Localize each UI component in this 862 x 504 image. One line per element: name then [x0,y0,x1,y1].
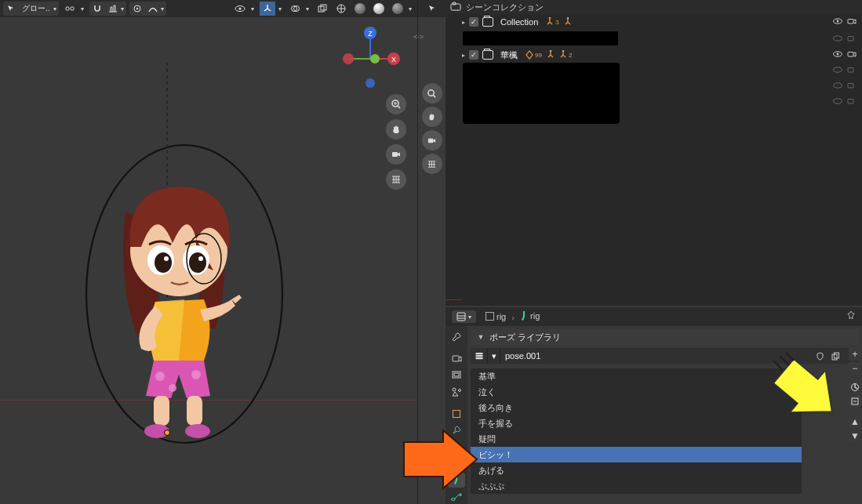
svg-point-42 [185,424,210,438]
svg-rect-64 [848,83,853,88]
svg-point-61 [834,67,842,71]
disclosure-triangle-icon[interactable]: ▸ [460,19,467,26]
move-up-button[interactable]: ▲ [849,415,861,428]
camera-icon[interactable] [846,96,857,108]
action-browse-icon[interactable] [471,348,488,364]
overlay-toggle-icon[interactable] [287,2,303,16]
chevron-down-icon[interactable]: ▾ [409,5,414,13]
svg-point-36 [155,372,165,381]
sanitize-pose-button[interactable] [849,395,861,408]
svg-point-43 [165,430,170,436]
shading-matcap-icon[interactable] [371,2,387,16]
shading-rendered-icon[interactable] [390,2,406,16]
nav-buttons [386,94,406,190]
shading-solid-icon[interactable] [352,2,368,16]
visibility-icon[interactable] [232,2,248,16]
eye-icon[interactable] [832,16,843,28]
viewport-character[interactable] [78,125,290,447]
chevron-down-icon[interactable]: ▾ [306,5,311,13]
chevron-down-icon[interactable]: ▾ [488,348,500,364]
camera-icon[interactable] [846,34,857,45]
secondary-mode-icon[interactable] [427,2,438,16]
camera-icon[interactable] [846,16,857,28]
nav-gizmo[interactable]: Z X [339,24,402,94]
tab-bone[interactable] [448,489,465,504]
pose-item[interactable]: あげる [471,462,802,478]
eye-icon[interactable] [832,49,843,61]
tab-tool[interactable] [448,329,465,344]
falloff-icon[interactable] [145,2,161,16]
outliner[interactable]: シーンコレクション ▸ ✓ Collection 3 [446,0,862,306]
chevron-down-icon[interactable]: ▾ [161,5,166,13]
svg-rect-53 [848,19,853,24]
svg-point-65 [834,98,842,103]
svg-point-74 [459,389,461,391]
eye-icon[interactable] [832,96,843,108]
zoom-icon[interactable] [386,94,406,114]
pan-hand-icon[interactable] [386,119,406,140]
collection-checkbox[interactable]: ✓ [469,50,478,60]
zoom-icon[interactable] [422,83,442,103]
pose-library-panel-header[interactable]: ▼ ポーズ ライブラリ [471,329,859,345]
svg-line-87 [773,361,783,370]
tab-output[interactable] [448,368,465,383]
disclosure-triangle-icon[interactable]: ▼ [477,333,485,341]
svg-marker-86 [766,350,844,428]
pan-hand-icon[interactable] [422,107,442,127]
pose-item[interactable]: 泣く [471,384,802,400]
camera-icon[interactable] [846,81,857,92]
disclosure-triangle-icon[interactable]: ▸ [460,52,467,59]
svg-rect-40 [187,396,202,426]
proportional-edit-icon[interactable] [129,2,145,16]
pivot-icon[interactable] [62,2,78,16]
svg-point-33 [164,256,169,261]
tab-object[interactable] [448,407,465,422]
pose-item[interactable]: 基準 [471,368,802,384]
pose-item[interactable]: 手を握る [471,415,802,431]
gizmo-toggle-icon[interactable] [260,2,275,16]
outliner-row[interactable]: ▸ ✓ 華楓 99 2 [446,47,862,63]
camera-view-icon[interactable] [386,144,406,165]
split-handle-icon[interactable]: <·> [413,33,424,41]
xray-icon[interactable] [315,2,330,16]
svg-marker-85 [404,430,477,488]
move-down-button[interactable]: ▼ [849,430,861,442]
svg-point-1 [70,7,73,10]
viewport-header: グロー.. ▾ ▾ ▾ ▾ ▾ [0,0,417,17]
add-pose-button[interactable]: + [849,348,861,361]
pose-item[interactable]: ビシッ！ [471,447,802,462]
snap-type-icon[interactable] [105,2,121,16]
armature-icon [559,50,567,60]
eye-icon[interactable] [832,34,843,45]
snap-toggle-icon[interactable] [89,2,105,16]
svg-rect-55 [848,36,853,41]
svg-point-37 [191,370,201,379]
camera-icon[interactable] [846,49,857,61]
chevron-down-icon[interactable]: ▾ [121,5,126,13]
svg-rect-75 [453,411,460,418]
outliner-row[interactable]: ▸ ✓ Collection 3 [446,14,862,30]
remove-pose-button[interactable]: − [849,362,861,375]
chevron-down-icon[interactable]: ▾ [278,5,284,13]
eye-icon[interactable] [832,65,843,77]
chevron-down-icon[interactable]: ▾ [251,5,256,13]
apply-pose-button[interactable] [849,381,861,393]
chevron-down-icon[interactable]: ▾ [81,5,86,13]
eye-icon[interactable] [832,81,843,92]
viewport-3d[interactable]: グロー.. ▾ ▾ ▾ ▾ ▾ [0,0,417,504]
pose-item[interactable]: 疑問 [471,431,802,447]
pose-item[interactable]: 後ろ向き [471,400,802,415]
perspective-grid-icon[interactable] [422,154,442,174]
tab-scene[interactable] [448,384,465,399]
camera-view-icon[interactable] [422,130,442,150]
collection-checkbox[interactable]: ✓ [469,17,478,27]
camera-icon[interactable] [846,65,857,77]
tab-render[interactable] [448,351,465,366]
shading-wireframe-icon[interactable] [333,2,349,16]
mode-selector[interactable]: グロー.. ▾ [3,2,59,16]
svg-rect-25 [392,152,398,157]
perspective-grid-icon[interactable] [386,169,406,190]
pose-list[interactable]: 基準泣く後ろ向き手を握る疑問ビシッ！あげるぷぷぷ [471,368,802,494]
pose-item[interactable]: ぷぷぷ [471,478,802,494]
svg-point-54 [834,35,842,40]
